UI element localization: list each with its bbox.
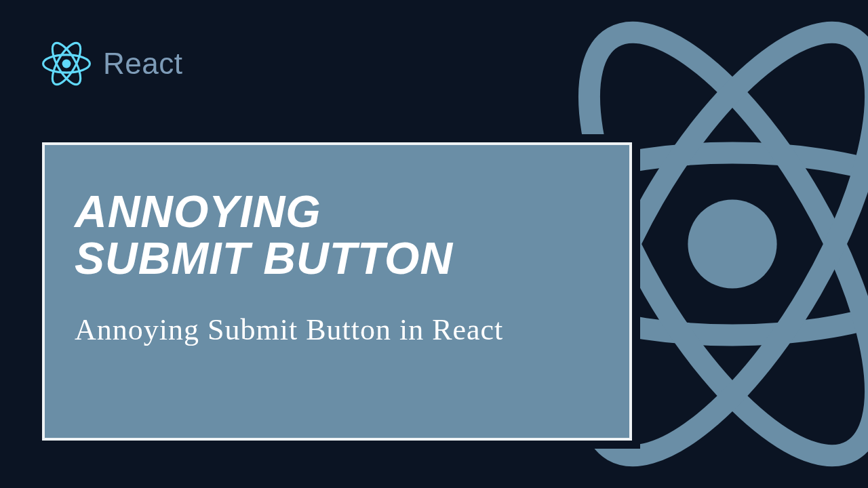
title-card: ANNOYING SUBMIT BUTTON Annoying Submit B… <box>42 142 632 441</box>
react-logo-icon <box>42 39 91 88</box>
react-logo-row: React <box>42 39 182 88</box>
react-logo-text: React <box>103 47 182 81</box>
svg-point-4 <box>62 60 71 68</box>
svg-point-0 <box>688 199 776 288</box>
card-title-line1: ANNOYING <box>75 188 599 235</box>
card-subtitle: Annoying Submit Button in React <box>75 312 599 347</box>
card-title-line2: SUBMIT BUTTON <box>75 235 599 282</box>
